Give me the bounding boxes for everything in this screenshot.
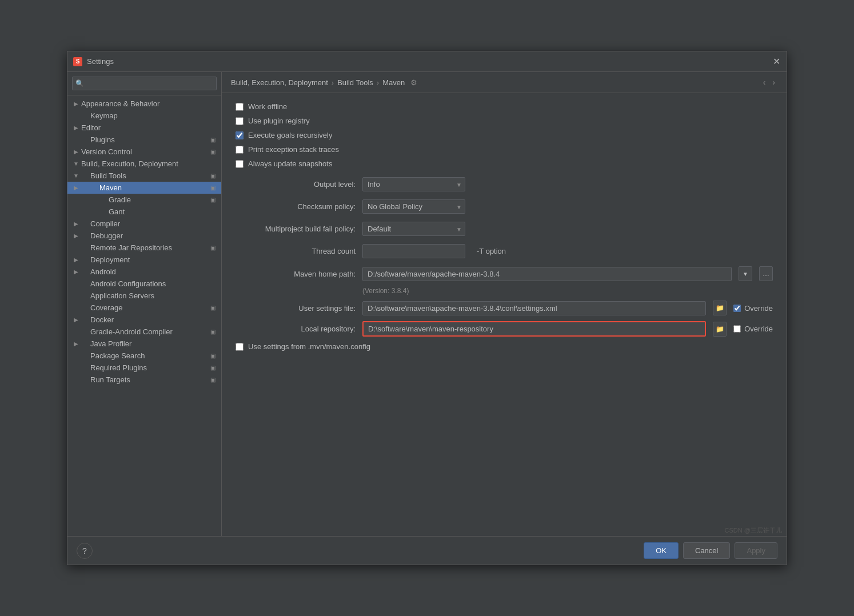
user-settings-override-label[interactable]: Override bbox=[744, 304, 773, 313]
use-plugin-registry-label[interactable]: Use plugin registry bbox=[248, 117, 310, 125]
badge-icon: ▣ bbox=[209, 244, 217, 252]
output-level-dropdown-wrapper: Info Debug Warn Error ▼ bbox=[362, 177, 465, 191]
maven-home-path-label: Maven home path: bbox=[236, 270, 356, 278]
sidebar-item-compiler[interactable]: ▶ Compiler bbox=[67, 218, 221, 230]
nav-back-button[interactable]: ‹ bbox=[761, 77, 768, 88]
sidebar-item-app-servers[interactable]: Application Servers bbox=[67, 290, 221, 302]
sidebar-item-android-configs[interactable]: Android Configurations bbox=[67, 278, 221, 290]
checksum-policy-select[interactable]: No Global Policy Fail Warn Ignore bbox=[362, 199, 465, 214]
always-update-label[interactable]: Always update snapshots bbox=[248, 159, 332, 168]
maven-home-dropdown-button[interactable]: ▼ bbox=[739, 266, 752, 281]
main-content: 🔍 ▶ Appearance & Behavior Keymap ▶ bbox=[67, 72, 787, 536]
user-settings-file-label: User settings file: bbox=[236, 304, 356, 313]
sidebar-item-label: Debugger bbox=[90, 231, 217, 240]
local-repository-browse-button[interactable]: 📁 bbox=[713, 322, 727, 337]
execute-goals-checkbox[interactable] bbox=[236, 131, 244, 139]
sidebar-item-build-tools[interactable]: ▼ Build Tools ▣ bbox=[67, 170, 221, 182]
right-panel: Build, Execution, Deployment › Build Too… bbox=[222, 72, 787, 536]
always-update-row: Always update snapshots bbox=[236, 159, 773, 168]
output-level-select[interactable]: Info Debug Warn Error bbox=[362, 177, 465, 191]
local-repository-override-checkbox[interactable] bbox=[733, 325, 741, 333]
app-icon: S bbox=[73, 57, 82, 66]
sidebar-item-remote-jar[interactable]: Remote Jar Repositories ▣ bbox=[67, 242, 221, 254]
help-button[interactable]: ? bbox=[77, 543, 93, 559]
sidebar-item-android[interactable]: ▶ Android bbox=[67, 266, 221, 278]
sidebar-item-package-search[interactable]: Package Search ▣ bbox=[67, 350, 221, 362]
multiproject-fail-label: Multiproject build fail policy: bbox=[236, 225, 356, 233]
local-repository-override-label[interactable]: Override bbox=[744, 325, 773, 333]
local-repository-label: Local repository: bbox=[236, 325, 356, 333]
print-exception-checkbox[interactable] bbox=[236, 146, 244, 154]
arrow-icon bbox=[72, 136, 80, 144]
sidebar-item-version-control[interactable]: ▶ Version Control ▣ bbox=[67, 146, 221, 158]
ok-button[interactable]: OK bbox=[644, 542, 679, 559]
arrow-icon: ▶ bbox=[72, 340, 80, 348]
execute-goals-label[interactable]: Execute goals recursively bbox=[248, 131, 332, 139]
arrow-icon bbox=[72, 244, 80, 252]
tree-area: ▶ Appearance & Behavior Keymap ▶ Editor bbox=[67, 95, 221, 536]
user-settings-override-checkbox[interactable] bbox=[733, 305, 741, 312]
sidebar-item-docker[interactable]: ▶ Docker bbox=[67, 314, 221, 326]
always-update-checkbox[interactable] bbox=[236, 160, 244, 168]
breadcrumb-part2: Build Tools bbox=[337, 78, 373, 87]
multiproject-fail-dropdown-wrapper: Default Never At End Immediately ▼ bbox=[362, 222, 465, 236]
badge-icon: ▣ bbox=[209, 172, 217, 180]
arrow-icon: ▶ bbox=[72, 232, 80, 240]
use-plugin-registry-checkbox[interactable] bbox=[236, 117, 244, 125]
breadcrumb: Build, Execution, Deployment › Build Too… bbox=[231, 78, 417, 87]
cancel-button[interactable]: Cancel bbox=[683, 542, 730, 559]
checksum-policy-label: Checksum policy: bbox=[236, 202, 356, 211]
thread-count-row: Thread count -T option bbox=[236, 244, 773, 258]
arrow-icon bbox=[72, 112, 80, 120]
sidebar-item-appearance[interactable]: ▶ Appearance & Behavior bbox=[67, 98, 221, 110]
arrow-icon bbox=[72, 304, 80, 312]
user-settings-browse-button[interactable]: 📁 bbox=[713, 301, 727, 315]
sidebar-item-maven[interactable]: ▶ Maven ▣ bbox=[67, 182, 221, 194]
sidebar-item-debugger[interactable]: ▶ Debugger bbox=[67, 230, 221, 242]
sidebar-item-deployment[interactable]: ▶ Deployment bbox=[67, 254, 221, 266]
sidebar-item-label: Android bbox=[90, 267, 217, 276]
work-offline-label[interactable]: Work offline bbox=[248, 102, 287, 111]
user-settings-file-input[interactable] bbox=[362, 301, 706, 315]
maven-home-path-input[interactable] bbox=[362, 267, 732, 281]
print-exception-label[interactable]: Print exception stack traces bbox=[248, 145, 339, 154]
dialog-title: Settings bbox=[87, 57, 772, 66]
badge-icon: ▣ bbox=[209, 328, 217, 336]
sidebar-item-gant[interactable]: Gant bbox=[67, 206, 221, 218]
sidebar-item-build-exec[interactable]: ▼ Build, Execution, Deployment bbox=[67, 158, 221, 170]
apply-button[interactable]: Apply bbox=[735, 542, 777, 559]
breadcrumb-part1: Build, Execution, Deployment bbox=[231, 78, 328, 87]
arrow-icon bbox=[72, 280, 80, 288]
thread-count-input[interactable] bbox=[362, 244, 465, 258]
breadcrumb-sep1: › bbox=[332, 78, 334, 87]
work-offline-checkbox[interactable] bbox=[236, 103, 244, 111]
use-settings-mvn-label[interactable]: Use settings from .mvn/maven.config bbox=[248, 342, 370, 351]
use-settings-mvn-checkbox[interactable] bbox=[236, 343, 244, 351]
multiproject-fail-select[interactable]: Default Never At End Immediately bbox=[362, 222, 465, 236]
arrow-icon: ▼ bbox=[72, 160, 80, 168]
sidebar-item-run-targets[interactable]: Run Targets ▣ bbox=[67, 374, 221, 386]
maven-version-text: (Version: 3.8.4) bbox=[362, 287, 773, 295]
arrow-icon bbox=[72, 328, 80, 336]
sidebar-item-label: Editor bbox=[81, 123, 217, 132]
arrow-icon bbox=[72, 376, 80, 384]
local-repository-input[interactable] bbox=[362, 321, 706, 337]
sidebar-item-gradle-android[interactable]: Gradle-Android Compiler ▣ bbox=[67, 326, 221, 338]
sidebar-item-coverage[interactable]: Coverage ▣ bbox=[67, 302, 221, 314]
close-button[interactable]: ✕ bbox=[772, 57, 781, 66]
checksum-policy-row: Checksum policy: No Global Policy Fail W… bbox=[236, 199, 773, 214]
sidebar-item-java-profiler[interactable]: ▶ Java Profiler bbox=[67, 338, 221, 350]
watermark: CSDN @三层饼干儿 bbox=[222, 525, 787, 536]
sidebar-item-editor[interactable]: ▶ Editor bbox=[67, 122, 221, 134]
search-input[interactable] bbox=[72, 77, 217, 90]
nav-forward-button[interactable]: › bbox=[770, 77, 777, 88]
sidebar-item-label: Plugins bbox=[90, 135, 206, 144]
arrow-icon bbox=[72, 208, 80, 216]
sidebar-item-keymap[interactable]: Keymap bbox=[67, 110, 221, 122]
sidebar-item-gradle[interactable]: Gradle ▣ bbox=[67, 194, 221, 206]
sidebar-item-label: Coverage bbox=[90, 303, 206, 312]
bottom-bar: ? OK Cancel Apply bbox=[67, 536, 787, 565]
sidebar-item-required-plugins[interactable]: Required Plugins ▣ bbox=[67, 362, 221, 374]
sidebar-item-plugins[interactable]: Plugins ▣ bbox=[67, 134, 221, 146]
maven-home-browse-button[interactable]: … bbox=[759, 266, 773, 281]
